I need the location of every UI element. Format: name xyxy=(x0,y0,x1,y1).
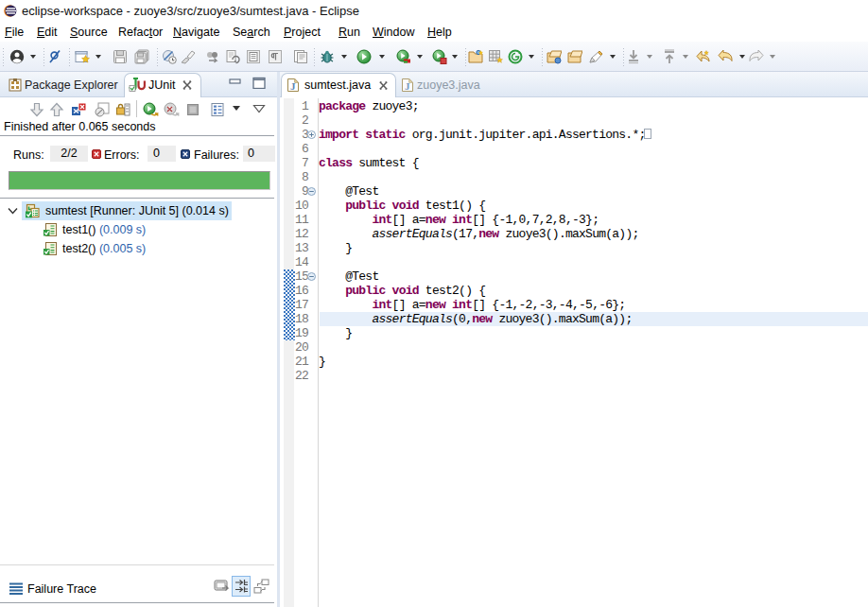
svg-text:J: J xyxy=(290,80,296,92)
svg-text:J: J xyxy=(405,80,410,92)
